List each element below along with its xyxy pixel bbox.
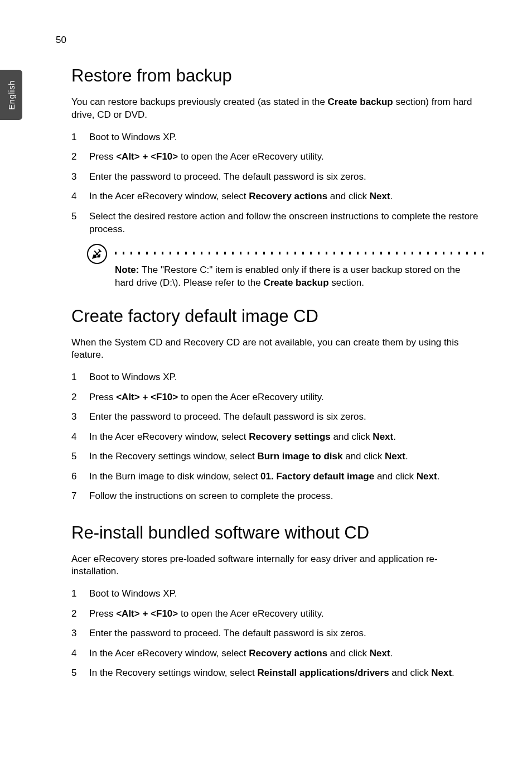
page-content: Restore from backup You can restore back… [71,60,484,698]
list-item: 2Press <Alt> + <F10> to open the Acer eR… [71,387,484,407]
note-icon [87,244,107,264]
heading-restore: Restore from backup [71,66,484,86]
language-tab-label: English [7,80,16,110]
list-item: 4In the Acer eRecovery window, select Re… [71,186,484,206]
list-item: 3Enter the password to proceed. The defa… [71,167,484,186]
list-item: 4In the Acer eRecovery window, select Re… [71,427,484,446]
list-item: 6In the Burn image to disk window, selec… [71,467,484,486]
note-block: Note: The "Restore C:" item is enabled o… [87,244,484,290]
heading-factory-cd: Create factory default image CD [71,306,484,326]
intro-reinstall: Acer eRecovery stores pre-loaded softwar… [71,553,484,579]
page-number: 50 [56,35,66,46]
list-item: 1Boot to Windows XP. [71,367,484,387]
list-factory-cd: 1Boot to Windows XP. 2Press <Alt> + <F10… [71,367,484,506]
list-item: 1Boot to Windows XP. [71,127,484,147]
intro-factory-cd: When the System CD and Recovery CD are n… [71,337,484,362]
dotted-separator [115,252,484,254]
section-reinstall-software: Re-install bundled software without CD A… [71,523,484,683]
list-item: 5In the Recovery settings window, select… [71,663,484,683]
list-item: 4In the Acer eRecovery window, select Re… [71,643,484,663]
intro-restore: You can restore backups previously creat… [71,96,484,122]
list-item: 3Enter the password to proceed. The defa… [71,407,484,426]
heading-reinstall: Re-install bundled software without CD [71,523,484,543]
list-reinstall: 1Boot to Windows XP. 2Press <Alt> + <F10… [71,584,484,683]
list-item: 2Press <Alt> + <F10> to open the Acer eR… [71,147,484,166]
section-restore-from-backup: Restore from backup You can restore back… [71,66,484,290]
note-text: Note: The "Restore C:" item is enabled o… [115,263,484,290]
list-item: 5In the Recovery settings window, select… [71,446,484,466]
section-create-factory-cd: Create factory default image CD When the… [71,306,484,506]
list-item: 2Press <Alt> + <F10> to open the Acer eR… [71,604,484,623]
list-item: 5Select the desired restore action and f… [71,206,484,239]
list-item: 1Boot to Windows XP. [71,584,484,603]
list-item: 3Enter the password to proceed. The defa… [71,623,484,643]
list-restore: 1Boot to Windows XP. 2Press <Alt> + <F10… [71,127,484,239]
list-item: 7Follow the instructions on screen to co… [71,486,484,506]
language-tab: English [0,70,22,120]
